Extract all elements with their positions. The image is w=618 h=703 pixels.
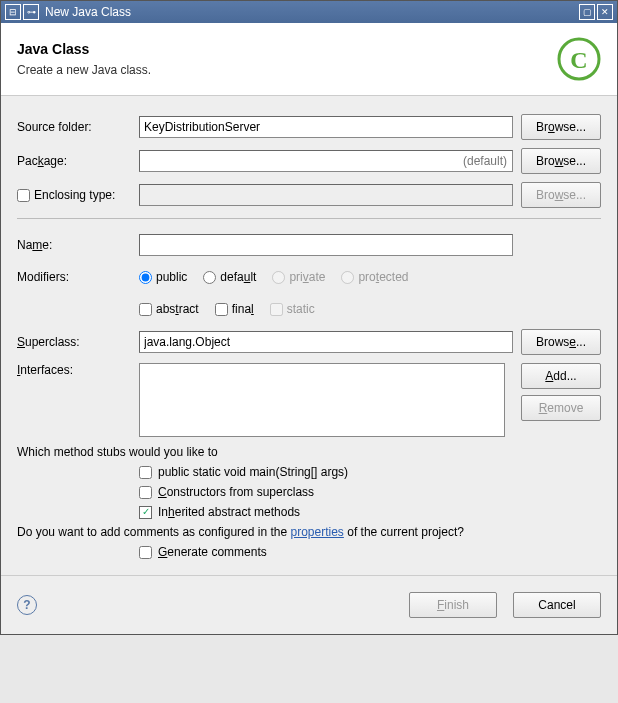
header-text: Java Class Create a new Java class. xyxy=(17,41,151,77)
interfaces-label: Interfaces: xyxy=(17,363,139,377)
radio-protected: protected xyxy=(341,270,408,284)
separator xyxy=(17,218,601,219)
enclosing-type-label: Enclosing type: xyxy=(34,188,115,202)
pin-icon[interactable]: ⊶ xyxy=(23,4,39,20)
interfaces-remove-button: Remove xyxy=(521,395,601,421)
stubs-question: Which method stubs would you like to xyxy=(17,445,601,459)
enclosing-type-input xyxy=(139,184,513,206)
modifiers-row-2: abstract final static xyxy=(17,297,601,321)
enclosing-type-checkbox[interactable] xyxy=(17,189,30,202)
comments-question: Do you want to add comments as configure… xyxy=(17,525,601,539)
interfaces-row: Interfaces: Add... Remove xyxy=(17,363,601,437)
close-icon[interactable]: ✕ xyxy=(597,4,613,20)
generate-comments-row: Generate comments xyxy=(139,545,601,559)
stub-main-row: public static void main(String[] args) xyxy=(139,465,601,479)
titlebar-left: ⊟ ⊶ xyxy=(5,4,39,20)
package-input[interactable] xyxy=(139,150,513,172)
package-label: Package: xyxy=(17,154,139,168)
cancel-button[interactable]: Cancel xyxy=(513,592,601,618)
footer: ? Finish Cancel xyxy=(1,575,617,634)
name-input[interactable] xyxy=(139,234,513,256)
dialog-title: Java Class xyxy=(17,41,151,57)
finish-button: Finish xyxy=(409,592,497,618)
radio-private: private xyxy=(272,270,325,284)
help-icon[interactable]: ? xyxy=(17,595,37,615)
stub-constructors-row: Constructors from superclass xyxy=(139,485,601,499)
enclosing-type-browse-button: Browse... xyxy=(521,182,601,208)
modifiers-label: Modifiers: xyxy=(17,270,139,284)
generate-comments-label: Generate comments xyxy=(158,545,267,559)
stub-inherited-label: Inherited abstract methods xyxy=(158,505,300,519)
radio-public[interactable]: public xyxy=(139,270,187,284)
source-folder-label: Source folder: xyxy=(17,120,139,134)
class-icon: C xyxy=(557,37,601,81)
source-folder-browse-button[interactable]: Browse... xyxy=(521,114,601,140)
package-row: Package: (default) Browse... xyxy=(17,148,601,174)
enclosing-type-row: Enclosing type: Browse... xyxy=(17,182,601,208)
radio-default[interactable]: default xyxy=(203,270,256,284)
check-static: static xyxy=(270,302,315,316)
maximize-icon[interactable]: ▢ xyxy=(579,4,595,20)
source-folder-row: Source folder: Browse... xyxy=(17,114,601,140)
stub-main-checkbox[interactable] xyxy=(139,466,152,479)
name-row: Name: xyxy=(17,233,601,257)
superclass-browse-button[interactable]: Browse... xyxy=(521,329,601,355)
package-browse-button[interactable]: Browse... xyxy=(521,148,601,174)
generate-comments-checkbox[interactable] xyxy=(139,546,152,559)
window-title: New Java Class xyxy=(45,5,131,19)
source-folder-input[interactable] xyxy=(139,116,513,138)
interfaces-list[interactable] xyxy=(139,363,505,437)
stub-inherited-checkbox[interactable]: ✓ xyxy=(139,506,152,519)
dialog-subtitle: Create a new Java class. xyxy=(17,63,151,77)
form-content: Source folder: Browse... Package: (defau… xyxy=(1,96,617,575)
interfaces-add-button[interactable]: Add... xyxy=(521,363,601,389)
superclass-label: Superclass: xyxy=(17,335,139,349)
properties-link[interactable]: properties xyxy=(291,525,344,539)
stub-constructors-label: Constructors from superclass xyxy=(158,485,314,499)
superclass-input[interactable] xyxy=(139,331,513,353)
window-menu-icon[interactable]: ⊟ xyxy=(5,4,21,20)
check-abstract[interactable]: abstract xyxy=(139,302,199,316)
stub-constructors-checkbox[interactable] xyxy=(139,486,152,499)
titlebar-right: ▢ ✕ xyxy=(579,4,613,20)
stub-inherited-row: ✓ Inherited abstract methods xyxy=(139,505,601,519)
modifiers-row-1: Modifiers: public default private protec… xyxy=(17,265,601,289)
stub-main-label: public static void main(String[] args) xyxy=(158,465,348,479)
svg-text:C: C xyxy=(570,47,587,73)
titlebar[interactable]: ⊟ ⊶ New Java Class ▢ ✕ xyxy=(1,1,617,23)
dialog-window: ⊟ ⊶ New Java Class ▢ ✕ Java Class Create… xyxy=(0,0,618,635)
superclass-row: Superclass: Browse... xyxy=(17,329,601,355)
name-label: Name: xyxy=(17,238,139,252)
check-final[interactable]: final xyxy=(215,302,254,316)
header-banner: Java Class Create a new Java class. C xyxy=(1,23,617,96)
